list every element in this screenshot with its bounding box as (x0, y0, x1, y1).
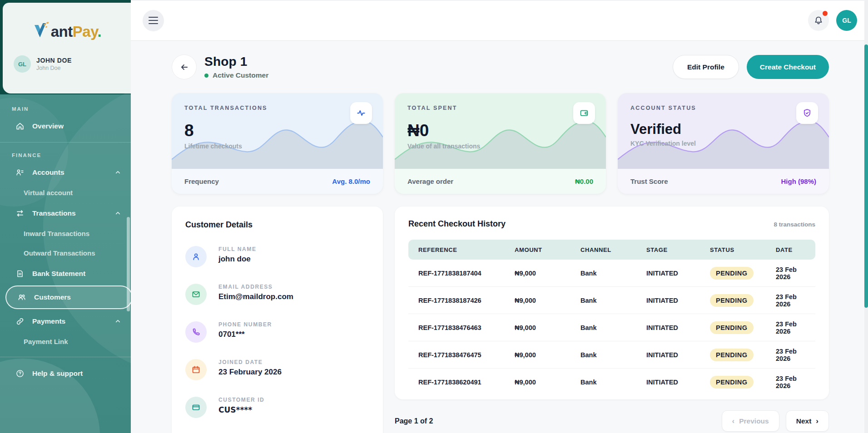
stat-card-footer: Trust Score High (98%) (618, 169, 829, 194)
topbar-right: GL (808, 10, 857, 31)
logo-text-dot: . (98, 23, 102, 40)
stat-card-footer: Average order ₦0.00 (395, 169, 606, 194)
status-badge: PENDING (710, 349, 754, 361)
main-area: GL Shop 1 Active Customer (131, 0, 868, 433)
sidebar-divider (0, 142, 131, 143)
stat-cards-row: TOTAL TRANSACTIONS 8 Lifetime checkouts … (172, 93, 829, 194)
column-header: AMOUNT (515, 246, 580, 253)
cell-amount: ₦9,000 (515, 324, 580, 331)
edit-profile-button[interactable]: Edit Profile (673, 55, 739, 79)
stat-value: 8 (184, 121, 370, 140)
sidebar-item-virtual-account[interactable]: Virtual account (0, 183, 131, 202)
cell-channel: Bank (580, 351, 646, 359)
stat-label: ACCOUNT STATUS (630, 105, 816, 111)
cell-channel: Bank (580, 297, 646, 304)
field-value: Etim@maildrop.com (218, 292, 293, 301)
page-scrollbar-thumb[interactable] (864, 44, 868, 308)
topbar: GL (131, 0, 868, 41)
previous-page-button[interactable]: ‹ Previous (722, 410, 779, 432)
sidebar-item-label: Transactions (32, 209, 76, 217)
document-icon (15, 269, 25, 278)
notifications-button[interactable] (808, 10, 829, 31)
customer-status: Active Customer (204, 71, 268, 79)
sidebar-item-bank-statement[interactable]: Bank Statement (0, 263, 131, 284)
chevron-up-icon (115, 169, 121, 175)
cell-amount: ₦9,000 (515, 351, 580, 359)
next-page-button[interactable]: Next › (786, 410, 829, 432)
cell-reference: REF-1771838476475 (418, 351, 515, 359)
sidebar-item-inward-transactions[interactable]: Inward Transactions (0, 224, 131, 243)
footer-value: ₦0.00 (575, 177, 593, 185)
table-row[interactable]: REF-1771838187404 ₦9,000 Bank INITIATED … (408, 260, 815, 287)
sidebar-divider (0, 357, 131, 357)
next-label: Next (796, 417, 812, 425)
header-actions: Edit Profile Create Checkout (673, 55, 829, 79)
back-button[interactable] (172, 54, 197, 79)
sidebar-item-help-support[interactable]: Help & support (0, 363, 131, 384)
sidebar-item-label: Payments (32, 317, 65, 325)
sidebar-item-label: Customers (34, 293, 71, 301)
status-badge: PENDING (710, 321, 754, 334)
column-header: STATUS (710, 246, 776, 253)
table-row[interactable]: REF-1771838620491 ₦9,000 Bank INITIATED … (408, 369, 815, 396)
chevron-left-icon: ‹ (732, 417, 735, 425)
customers-icon (17, 293, 26, 302)
sidebar-item-payment-link[interactable]: Payment Link (0, 332, 131, 351)
field-value: 23 February 2026 (218, 368, 282, 377)
table-row[interactable]: REF-1771838476475 ₦9,000 Bank INITIATED … (408, 341, 815, 369)
sidebar-avatar: GL (14, 55, 31, 73)
help-circle-icon (15, 369, 25, 378)
sidebar-item-customers[interactable]: Customers (5, 285, 131, 309)
table-row[interactable]: REF-1771838476463 ₦9,000 Bank INITIATED … (408, 314, 815, 341)
page-content: Shop 1 Active Customer Edit Profile Crea… (131, 41, 868, 433)
stat-value: ₦0 (407, 121, 593, 140)
page-scrollbar[interactable] (864, 0, 868, 433)
stat-label: TOTAL TRANSACTIONS (184, 105, 370, 111)
sidebar-item-overview[interactable]: Overview (0, 115, 131, 137)
user-icon (185, 246, 207, 267)
customer-details-title: Customer Details (185, 220, 369, 230)
footer-label: Frequency (184, 177, 219, 185)
bell-icon (813, 15, 823, 25)
stat-value: Verified (630, 121, 816, 138)
sidebar-user-card[interactable]: GL JOHN DOE John Doe (11, 55, 123, 73)
sidebar-item-transactions[interactable]: Transactions (0, 202, 131, 224)
hamburger-menu-button[interactable] (143, 10, 164, 31)
user-subname: John Doe (36, 65, 72, 71)
column-header: STAGE (646, 246, 710, 253)
stat-card-total-transactions: TOTAL TRANSACTIONS 8 Lifetime checkouts … (172, 93, 383, 194)
field-label: JOINED DATE (218, 359, 282, 365)
chevron-up-icon (115, 318, 121, 324)
cell-reference: REF-1771838187404 (418, 270, 515, 277)
page-indicator: Page 1 of 2 (395, 417, 433, 425)
sidebar-item-label: Accounts (32, 168, 64, 177)
footer-label: Trust Score (630, 177, 668, 185)
cell-amount: ₦9,000 (515, 379, 580, 386)
sidebar-item-outward-transactions[interactable]: Outward Transactions (0, 243, 131, 263)
cell-stage: INITIATED (646, 379, 710, 386)
cell-stage: INITIATED (646, 270, 710, 277)
table-row[interactable]: REF-1771838187426 ₦9,000 Bank INITIATED … (408, 287, 815, 314)
stat-card-total-spent: TOTAL SPENT ₦0 Value of all transactions (395, 93, 606, 194)
field-value: john doe (218, 255, 257, 264)
home-icon (15, 122, 25, 131)
link-icon (15, 317, 25, 326)
sidebar-item-label: Help & support (32, 369, 83, 378)
stat-label: TOTAL SPENT (407, 105, 593, 111)
cell-channel: Bank (580, 379, 646, 386)
sidebar-scrollbar-thumb[interactable] (127, 217, 130, 311)
create-checkout-button[interactable]: Create Checkout (747, 55, 829, 79)
cell-reference: REF-1771838476463 (418, 324, 515, 331)
cell-channel: Bank (580, 270, 646, 277)
topbar-avatar[interactable]: GL (836, 10, 857, 31)
footer-label: Average order (407, 177, 453, 185)
lower-section: Customer Details FULL NAME john doe (172, 207, 829, 433)
sidebar-item-payments[interactable]: Payments (0, 310, 131, 332)
sidebar-item-accounts[interactable]: Accounts (0, 162, 131, 183)
cell-stage: INITIATED (646, 297, 710, 304)
vantpay-logo[interactable]: antPay. (11, 21, 123, 39)
status-badge: PENDING (710, 267, 754, 280)
field-label: EMAIL ADDRESS (218, 284, 293, 290)
stat-card-footer: Frequency Avg. 8.0/mo (172, 169, 383, 194)
page-header: Shop 1 Active Customer Edit Profile Crea… (172, 54, 829, 79)
